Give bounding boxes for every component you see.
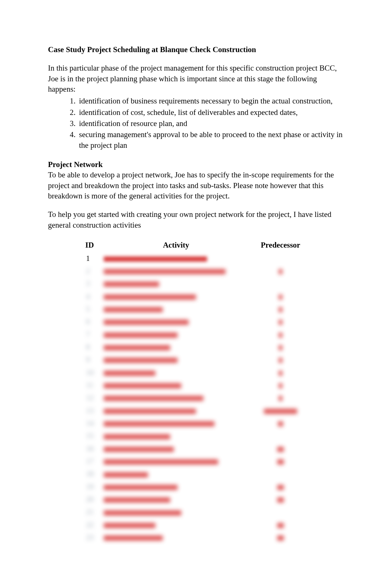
cell-activity (102, 341, 251, 353)
obscured-text-bar (104, 485, 178, 490)
table-row: 7 (82, 328, 310, 341)
obscured-text-bar (104, 307, 163, 312)
cell-activity (102, 265, 251, 277)
obscured-text-bar (264, 409, 297, 414)
obscured-text-bar (104, 523, 155, 528)
cell-predecessor (251, 391, 310, 404)
table-row: 17 (82, 455, 310, 467)
table-row: 3 (82, 277, 310, 290)
list-item: identification of cost, schedule, list o… (78, 107, 344, 118)
table-row: 1 (82, 252, 310, 265)
obscured-text-bar (279, 383, 282, 388)
cell-predecessor (251, 467, 310, 480)
obscured-text-bar (277, 497, 284, 503)
cell-id: 11 (82, 379, 102, 391)
cell-id: 14 (82, 417, 102, 429)
obscured-text-bar (279, 396, 282, 401)
cell-id: 16 (82, 442, 102, 455)
obscured-text-bar (277, 447, 284, 452)
table-row: 11 (82, 379, 310, 391)
cell-predecessor (251, 518, 310, 531)
cell-id: 6 (82, 315, 102, 328)
table-row: 20 (82, 493, 310, 506)
obscured-text-bar (279, 320, 282, 325)
table-row: 19 (82, 480, 310, 493)
cell-id: 20 (82, 493, 102, 506)
cell-activity (102, 379, 251, 391)
table-row: 23 (82, 531, 310, 544)
obscured-text-bar (277, 485, 284, 490)
table-row: 2 (82, 265, 310, 277)
cell-id: 7 (82, 328, 102, 341)
list-item: identification of resource plan, and (78, 118, 344, 129)
table-row: 10 (82, 366, 310, 379)
cell-predecessor (251, 506, 310, 518)
intro-list: identification of business requirements … (48, 96, 344, 150)
section-heading-project-network: Project Network (48, 159, 344, 170)
table-header-row: ID Activity Predecessor (82, 238, 310, 252)
document-page: Case Study Project Scheduling at Blanque… (0, 0, 392, 566)
list-item: identification of business requirements … (78, 96, 344, 106)
table-row: 12 (82, 391, 310, 404)
cell-activity (102, 303, 251, 315)
cell-activity (102, 417, 251, 429)
cell-predecessor (251, 442, 310, 455)
cell-activity (102, 493, 251, 506)
table-row: 14 (82, 417, 310, 429)
table-row: 8 (82, 341, 310, 353)
obscured-text-bar (104, 333, 178, 338)
list-item: securing management's approval to be abl… (78, 129, 344, 150)
table-row: 13 (82, 404, 310, 417)
obscured-text-bar (104, 535, 163, 541)
cell-id: 13 (82, 404, 102, 417)
cell-predecessor (251, 277, 310, 290)
cell-predecessor (251, 290, 310, 303)
cell-id: 12 (82, 391, 102, 404)
intro-paragraph: In this particular phase of the project … (48, 63, 344, 94)
cell-predecessor (251, 480, 310, 493)
cell-id: 9 (82, 353, 102, 366)
cell-id: 5 (82, 303, 102, 315)
table-row: 21 (82, 506, 310, 518)
obscured-text-bar (104, 256, 207, 262)
obscured-text-bar (279, 269, 282, 274)
cell-id: 18 (82, 467, 102, 480)
cell-activity (102, 455, 251, 467)
page-title: Case Study Project Scheduling at Blanque… (48, 44, 344, 55)
table-body-visible: 1 (82, 252, 310, 265)
cell-activity (102, 328, 251, 341)
obscured-text-bar (104, 282, 159, 287)
obscured-text-bar (104, 320, 189, 325)
cell-activity (102, 404, 251, 417)
cell-id: 19 (82, 480, 102, 493)
col-header-activity: Activity (102, 238, 251, 252)
cell-activity (102, 429, 251, 442)
table-row: 4 (82, 290, 310, 303)
obscured-text-bar (104, 497, 170, 503)
cell-predecessor (251, 265, 310, 277)
obscured-text-bar (104, 345, 170, 350)
table-row: 5 (82, 303, 310, 315)
obscured-text-bar (104, 434, 170, 439)
obscured-text-bar (104, 383, 181, 388)
obscured-text-bar (104, 421, 214, 426)
cell-activity (102, 290, 251, 303)
cell-id: 10 (82, 366, 102, 379)
cell-activity (102, 480, 251, 493)
cell-predecessor (251, 531, 310, 544)
obscured-text-bar (104, 447, 174, 452)
cell-predecessor (251, 328, 310, 341)
cell-predecessor (251, 404, 310, 417)
obscured-text-bar (279, 358, 282, 363)
cell-id: 8 (82, 341, 102, 353)
cell-id: 15 (82, 429, 102, 442)
cell-activity (102, 277, 251, 290)
obscured-text-bar (279, 295, 282, 300)
obscured-text-bar (279, 345, 282, 350)
cell-activity (102, 366, 251, 379)
cell-activity (102, 531, 251, 544)
cell-id: 17 (82, 455, 102, 467)
obscured-text-bar (104, 358, 178, 363)
col-header-id: ID (82, 238, 102, 252)
obscured-text-bar (277, 459, 284, 465)
